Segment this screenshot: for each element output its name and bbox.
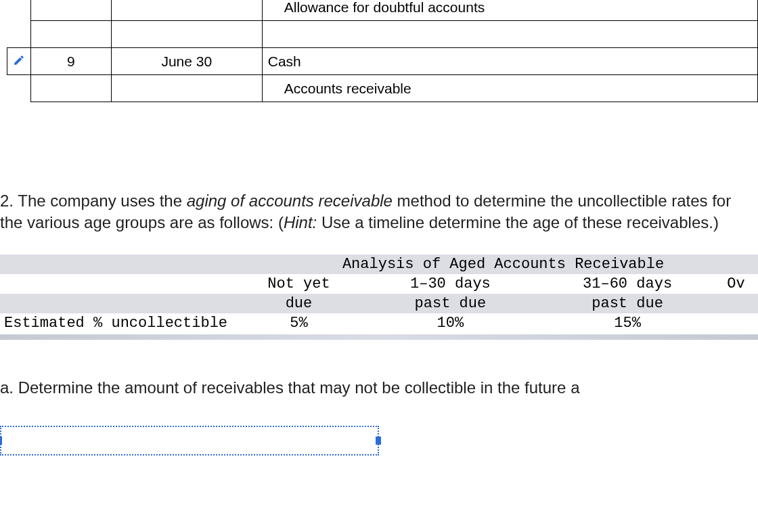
q2-italic2: Hint: [284, 213, 317, 231]
aging-col-2-h1: 31–60 days [535, 274, 720, 294]
journal-edit-cell[interactable] [7, 48, 31, 75]
journal-account-cell [262, 21, 757, 48]
aging-col-0-h2: due [231, 294, 366, 313]
table-scroll-hint [0, 334, 758, 340]
journal-account-cell: Cash [262, 48, 757, 75]
journal-edit-cell [7, 21, 31, 48]
journal-number-cell: 9 [31, 48, 112, 75]
journal-table: Allowance for doubtful accounts9June 30C… [7, 0, 758, 102]
aging-col-1-val: 10% [366, 313, 535, 333]
aging-title: Analysis of Aged Accounts Receivable [231, 254, 758, 274]
journal-account-cell: Allowance for doubtful accounts [262, 0, 757, 21]
journal-number-cell [31, 0, 112, 21]
journal-edit-cell [7, 0, 31, 21]
q2-italic1: aging of accounts receivable [187, 192, 393, 210]
q2-prefix: 2. The company uses the [0, 192, 187, 210]
aging-col-2-h2: past due [535, 294, 720, 313]
aging-col-1-h2: past due [366, 294, 535, 313]
aging-col-3-val [720, 313, 758, 333]
aging-row-label: Estimated % uncollectible [0, 313, 231, 333]
pencil-icon[interactable] [13, 53, 25, 66]
aging-table-wrap: Analysis of Aged Accounts Receivable Not… [0, 254, 758, 340]
resize-handle-left[interactable] [0, 437, 2, 445]
aging-col-1-h1: 1–30 days [366, 274, 535, 294]
aging-col-2-val: 15% [535, 313, 720, 333]
journal-number-cell [31, 75, 112, 102]
journal-date-cell: June 30 [111, 48, 262, 75]
subquestion-a: a. Determine the amount of receivables t… [0, 377, 758, 399]
question-2-text: 2. The company uses the aging of account… [0, 190, 758, 234]
journal-date-cell [111, 75, 262, 102]
journal-account-cell: Accounts receivable [262, 75, 757, 102]
aging-analysis-table: Analysis of Aged Accounts Receivable Not… [0, 254, 758, 333]
aging-col-0-val: 5% [231, 313, 366, 333]
q2-mid2: Use a timeline determine the age of thes… [317, 213, 719, 231]
aging-col-0-h1: Not yet [231, 274, 366, 294]
journal-date-cell [111, 21, 262, 48]
journal-number-cell [31, 21, 112, 48]
aging-col-3-h2 [720, 294, 758, 313]
aging-col-3-h1: Ov [720, 274, 758, 294]
journal-date-cell [111, 0, 262, 21]
answer-input-box[interactable] [0, 426, 379, 456]
journal-edit-cell [7, 75, 31, 102]
resize-handle-right[interactable] [376, 437, 381, 445]
